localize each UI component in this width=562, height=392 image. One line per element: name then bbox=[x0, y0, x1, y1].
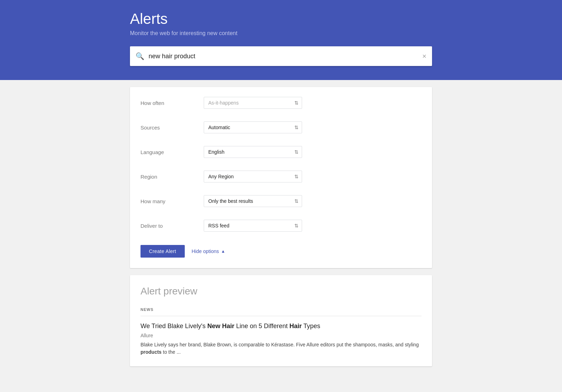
headline-text-before: We Tried Blake Lively's bbox=[140, 323, 207, 330]
sources-select[interactable]: Automatic News Blogs Web Video Books Dis… bbox=[204, 121, 302, 133]
how-often-label: How often bbox=[140, 100, 204, 106]
hide-options-label: Hide options bbox=[192, 248, 219, 254]
deliver-to-select[interactable]: RSS feed Email bbox=[204, 220, 302, 232]
headline-bold-2: Hair bbox=[289, 323, 302, 330]
region-select-wrapper: Any Region United States United Kingdom … bbox=[204, 171, 302, 182]
language-row: Language English French German Spanish bbox=[140, 140, 422, 164]
how-many-row: How many Only the best results All resul… bbox=[140, 189, 422, 213]
news-snippet: Blake Lively says her brand, Blake Brown… bbox=[140, 341, 422, 356]
region-select[interactable]: Any Region United States United Kingdom … bbox=[204, 171, 302, 182]
preview-card: Alert preview NEWS We Tried Blake Lively… bbox=[130, 275, 432, 366]
deliver-to-label: Deliver to bbox=[140, 223, 204, 229]
region-label: Region bbox=[140, 174, 204, 180]
search-icon: 🔍 bbox=[136, 52, 144, 60]
page-title: Alerts bbox=[130, 11, 432, 27]
region-row: Region Any Region United States United K… bbox=[140, 164, 422, 189]
language-label: Language bbox=[140, 149, 204, 155]
preview-title: Alert preview bbox=[140, 286, 422, 297]
hide-options-arrow-icon: ▲ bbox=[221, 249, 225, 254]
how-many-label: How many bbox=[140, 198, 204, 204]
news-category: NEWS bbox=[140, 307, 422, 312]
deliver-to-row: Deliver to RSS feed Email bbox=[140, 213, 422, 238]
page-subtitle: Monitor the web for interesting new cont… bbox=[130, 30, 432, 36]
actions-row: Create Alert Hide options ▲ bbox=[140, 238, 422, 258]
language-select-wrapper: English French German Spanish bbox=[204, 146, 302, 158]
sources-row: Sources Automatic News Blogs Web Video B… bbox=[140, 115, 422, 140]
headline-text-middle: Line on 5 Different bbox=[234, 323, 289, 330]
main-content: How often As-it-happens At most once a d… bbox=[123, 80, 439, 373]
search-input[interactable] bbox=[149, 53, 422, 60]
snippet-bold: products bbox=[140, 349, 162, 355]
search-bar: 🔍 × bbox=[130, 46, 432, 66]
how-often-select[interactable]: As-it-happens At most once a day At most… bbox=[204, 97, 302, 109]
language-select[interactable]: English French German Spanish bbox=[204, 146, 302, 158]
sources-select-wrapper: Automatic News Blogs Web Video Books Dis… bbox=[204, 121, 302, 133]
news-divider bbox=[140, 316, 422, 316]
clear-search-button[interactable]: × bbox=[422, 52, 426, 60]
create-alert-button[interactable]: Create Alert bbox=[140, 245, 185, 258]
options-card: How often As-it-happens At most once a d… bbox=[130, 87, 432, 268]
how-often-select-wrapper: As-it-happens At most once a day At most… bbox=[204, 97, 302, 109]
sources-label: Sources bbox=[140, 125, 204, 131]
deliver-to-select-wrapper: RSS feed Email bbox=[204, 220, 302, 232]
hide-options-link[interactable]: Hide options ▲ bbox=[192, 248, 226, 254]
header: Alerts Monitor the web for interesting n… bbox=[0, 0, 562, 80]
news-headline: We Tried Blake Lively's New Hair Line on… bbox=[140, 322, 422, 331]
snippet-text-after: to the ... bbox=[162, 349, 181, 355]
headline-text-after: Types bbox=[302, 323, 320, 330]
snippet-text-before: Blake Lively says her brand, Blake Brown… bbox=[140, 342, 419, 347]
how-many-select[interactable]: Only the best results All results bbox=[204, 195, 302, 207]
how-often-row: How often As-it-happens At most once a d… bbox=[140, 91, 422, 115]
how-many-select-wrapper: Only the best results All results bbox=[204, 195, 302, 207]
headline-bold-1: New Hair bbox=[207, 323, 234, 330]
news-source: Allure bbox=[140, 333, 422, 338]
